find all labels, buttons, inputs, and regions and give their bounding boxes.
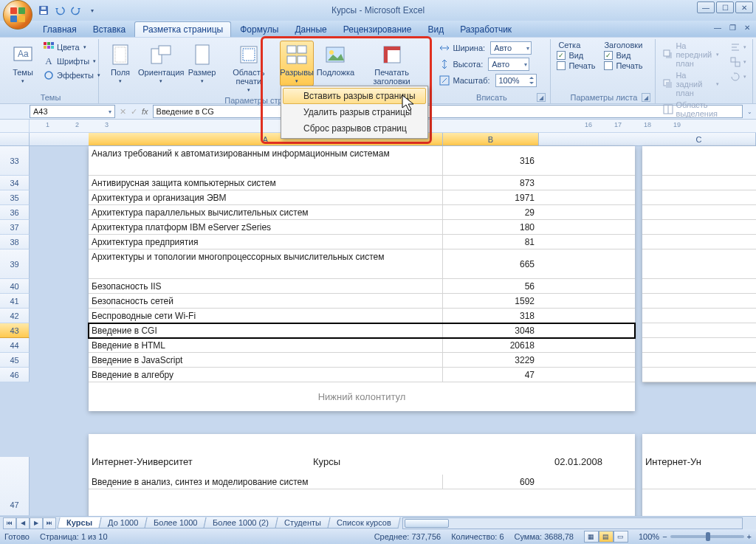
ribbon-tab[interactable]: Разработчик — [453, 22, 519, 37]
name-box[interactable]: A43▾ — [30, 105, 115, 118]
tab-nav-next-icon[interactable]: ▶ — [30, 517, 43, 529]
height-combo[interactable]: Авто▾ — [488, 58, 529, 71]
close-button[interactable]: ✕ — [735, 1, 753, 13]
column-header-c[interactable]: C — [642, 133, 756, 145]
view-page-break-icon[interactable]: ▭ — [614, 531, 628, 543]
tab-nav-prev-icon[interactable]: ◀ — [16, 517, 30, 529]
print-area-button[interactable]: Область печати▾ — [221, 41, 278, 95]
send-to-back-button[interactable]: На задний план ▾ — [662, 70, 721, 98]
formula-input[interactable]: Введение в CG — [153, 105, 743, 118]
doc-close-button[interactable]: ✕ — [741, 22, 753, 32]
group-button[interactable]: ▾ — [728, 55, 748, 69]
table-row[interactable] — [642, 279, 756, 294]
row-header[interactable]: 38 — [0, 235, 30, 249]
table-row[interactable] — [642, 294, 756, 309]
doc-minimize-button[interactable]: — — [712, 22, 724, 32]
qat-customize-icon[interactable]: ▾ — [86, 4, 99, 17]
maximize-button[interactable]: ☐ — [716, 1, 734, 13]
table-row[interactable]: Архитектура предприятия81 — [89, 235, 635, 249]
sheet-tab[interactable]: Более 1000 — [145, 517, 207, 528]
table-row[interactable]: Архитектура платформ IBM eServer zSeries… — [89, 220, 635, 235]
row-header[interactable]: 42 — [0, 309, 30, 323]
table-row[interactable]: Введение в алгебру47 — [89, 368, 635, 382]
theme-colors-button[interactable]: Цвета ▾ — [41, 41, 102, 54]
headings-print-checkbox[interactable]: Печать — [604, 61, 642, 70]
menu-reset-page-breaks[interactable]: Сброс разрывов страниц — [283, 120, 426, 137]
table-row[interactable] — [642, 176, 756, 190]
table-row[interactable] — [642, 220, 756, 235]
rotate-button[interactable]: ▾ — [728, 70, 748, 83]
ribbon-tab[interactable]: Данные — [287, 22, 334, 37]
table-row[interactable]: Анализ требований к автоматизированным и… — [89, 146, 635, 176]
table-row[interactable]: Введение в HTML20618 — [89, 338, 635, 353]
bring-to-front-button[interactable]: На передний план ▾ — [662, 41, 721, 69]
ribbon-tab[interactable]: Разметка страницы — [134, 21, 231, 37]
table-row[interactable]: Введение в JavaScript3229 — [89, 353, 635, 368]
select-all-corner[interactable] — [0, 133, 30, 145]
table-row[interactable]: Архитектура и организация ЭВМ1971 — [89, 190, 635, 205]
table-row[interactable] — [642, 249, 756, 279]
column-header-b[interactable]: B — [443, 133, 539, 145]
row-header[interactable]: 39 — [0, 249, 30, 279]
width-combo[interactable]: Авто▾ — [490, 41, 532, 55]
menu-insert-page-break[interactable]: Вставить разрыв страницы — [283, 88, 426, 104]
ribbon-tab[interactable]: Вид — [420, 22, 451, 37]
view-normal-icon[interactable]: ▦ — [584, 531, 599, 543]
zoom-slider[interactable]: 100% − + — [639, 532, 752, 541]
sheet-tab[interactable]: Список курсов — [327, 517, 400, 528]
enter-icon[interactable]: ✓ — [131, 107, 137, 117]
table-row[interactable] — [642, 235, 756, 249]
save-icon[interactable] — [37, 4, 50, 17]
table-row[interactable] — [642, 353, 756, 368]
align-button[interactable]: ▾ — [728, 41, 748, 54]
ribbon-tab[interactable]: Рецензирование — [336, 22, 419, 37]
orientation-button[interactable]: Ориентация▾ — [139, 41, 184, 86]
ribbon-tab[interactable]: Вставка — [86, 22, 134, 37]
scale-spinner[interactable]: 100% — [495, 74, 537, 87]
size-button[interactable]: Размер▾ — [187, 41, 218, 86]
table-row[interactable] — [642, 190, 756, 205]
zoom-in-icon[interactable]: + — [747, 532, 752, 541]
row-header[interactable]: 40 — [0, 279, 30, 294]
gridlines-view-checkbox[interactable]: ✓Вид — [557, 51, 595, 60]
selection-pane-button[interactable]: Область выделения — [662, 100, 721, 119]
themes-button[interactable]: Aa Темы▾ — [7, 41, 38, 86]
sheet-tab[interactable]: Студенты — [275, 517, 331, 528]
table-row[interactable] — [642, 146, 756, 176]
row-header[interactable]: 44 — [0, 338, 30, 353]
row-header[interactable]: 35 — [0, 190, 30, 205]
table-row[interactable]: Введение в CGI3048 — [89, 323, 635, 338]
undo-icon[interactable] — [53, 4, 66, 17]
table-row[interactable] — [642, 338, 756, 353]
ribbon-tab[interactable]: Главная — [35, 22, 84, 37]
office-button[interactable] — [3, 0, 32, 30]
tab-nav-first-icon[interactable]: ⏮ — [3, 517, 16, 529]
table-row[interactable] — [642, 205, 756, 220]
cancel-icon[interactable]: ✕ — [120, 107, 126, 117]
row-header[interactable]: 41 — [0, 294, 30, 309]
gridlines-print-checkbox[interactable]: Печать — [557, 61, 595, 70]
table-row[interactable]: Безопасность сетей1592 — [89, 294, 635, 309]
table-row[interactable]: Антивирусная защита компьютерных систем8… — [89, 176, 635, 190]
table-row[interactable]: Беспроводные сети Wi-Fi318 — [89, 309, 635, 323]
sheet-tab[interactable]: Курсы — [57, 517, 101, 528]
row-header[interactable]: 45 — [0, 353, 30, 368]
row-header[interactable]: 37 — [0, 220, 30, 235]
table-row[interactable]: Архитектура параллельных вычислительных … — [89, 205, 635, 220]
theme-fonts-button[interactable]: AШрифты ▾ — [41, 55, 102, 68]
tab-nav-last-icon[interactable]: ⏭ — [43, 517, 56, 529]
view-page-layout-icon[interactable]: ▤ — [599, 531, 614, 543]
row-header[interactable]: 46 — [0, 368, 30, 382]
sheet-tab[interactable]: Более 1000 (2) — [204, 517, 278, 528]
theme-effects-button[interactable]: Эффекты ▾ — [41, 69, 102, 82]
dialog-launcher-icon[interactable]: ◢ — [642, 93, 650, 102]
background-button[interactable]: Подложка — [317, 41, 354, 79]
headings-view-checkbox[interactable]: ✓Вид — [604, 51, 642, 60]
horizontal-scrollbar[interactable] — [402, 517, 743, 529]
breaks-button[interactable]: Разрывы▾ — [280, 41, 314, 86]
margins-button[interactable]: Поля▾ — [105, 41, 136, 86]
table-row[interactable] — [642, 323, 756, 338]
table-row[interactable]: Архитектуры и топологии многопроцессорны… — [89, 249, 635, 279]
zoom-out-icon[interactable]: − — [662, 532, 667, 541]
menu-remove-page-break[interactable]: Удалить разрыв страницы — [283, 104, 426, 120]
